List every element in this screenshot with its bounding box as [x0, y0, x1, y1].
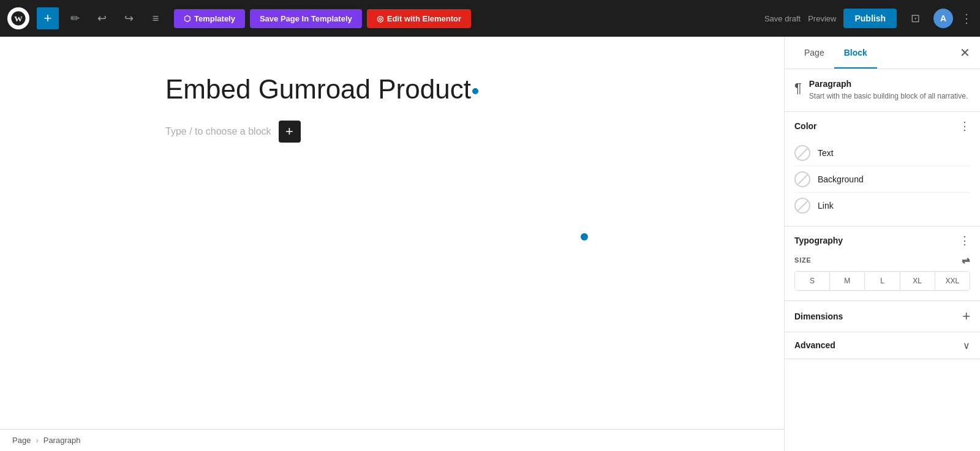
link-color-label: Link	[818, 201, 834, 211]
size-btn-m[interactable]: M	[830, 272, 865, 290]
topbar-right: Save draft Preview Publish ⊡ A ⋮	[764, 7, 973, 29]
tools-button[interactable]: ✏	[64, 7, 86, 29]
color-section-header[interactable]: Color ⋮	[785, 112, 980, 140]
list-icon: ≡	[153, 12, 159, 25]
more-options-button[interactable]: ⋮	[960, 11, 973, 26]
preview-button[interactable]: Preview	[808, 14, 836, 23]
redo-button[interactable]: ↪	[118, 7, 140, 29]
tab-block[interactable]: Block	[834, 44, 877, 61]
typography-content: SIZE ⇌ S M L XL XXL	[785, 255, 980, 300]
advanced-header[interactable]: Advanced ∨	[785, 332, 980, 359]
size-filter-icon[interactable]: ⇌	[962, 255, 970, 266]
redo-icon: ↪	[124, 12, 134, 25]
add-block-button[interactable]: +	[37, 7, 59, 29]
advanced-section: Advanced ∨	[785, 332, 980, 359]
list-view-button[interactable]: ≡	[145, 7, 167, 29]
breadcrumb-separator: ›	[36, 436, 38, 445]
chevron-down-icon[interactable]: ∨	[963, 340, 970, 351]
color-items: Text Background Link	[785, 140, 980, 226]
elementor-icon: ◎	[377, 14, 383, 23]
background-color-swatch[interactable]	[794, 171, 810, 187]
undo-icon: ↩	[97, 12, 107, 25]
size-btn-l[interactable]: L	[865, 272, 900, 290]
wp-logo: W	[7, 7, 29, 29]
block-info-text: Paragraph Start with the basic building …	[809, 79, 968, 102]
color-item-link: Link	[794, 193, 970, 218]
block-placeholder: Type / to choose a block +	[165, 121, 619, 143]
tab-page[interactable]: Page	[794, 44, 834, 61]
paragraph-icon: ¶	[794, 80, 802, 96]
undo-button[interactable]: ↩	[91, 7, 113, 29]
svg-text:W: W	[14, 14, 23, 23]
dimensions-title: Dimensions	[794, 311, 843, 321]
user-avatar[interactable]: A	[933, 9, 953, 28]
color-section: Color ⋮ Text Background Link	[785, 112, 980, 226]
breadcrumb: Page › Paragraph	[0, 429, 784, 451]
right-panel: Page Block ✕ ¶ Paragraph Start with the …	[784, 37, 980, 451]
editor-area[interactable]: Embed Gumroad Product Type / to choose a…	[0, 37, 784, 429]
panel-header: Page Block ✕	[785, 37, 980, 69]
canvas-dot	[581, 233, 588, 240]
size-btn-s[interactable]: S	[795, 272, 830, 290]
dimensions-add-button[interactable]: +	[962, 308, 970, 324]
main-layout: Embed Gumroad Product Type / to choose a…	[0, 37, 980, 451]
color-section-title: Color	[794, 121, 817, 131]
edit-with-elementor-button[interactable]: ◎ Edit with Elementor	[367, 9, 471, 28]
text-color-swatch[interactable]	[794, 145, 810, 161]
close-icon: ✕	[960, 46, 970, 59]
dimensions-section: Dimensions +	[785, 301, 980, 332]
typography-section: Typography ⋮ SIZE ⇌ S M L XL XXL	[785, 226, 980, 301]
size-label: SIZE ⇌	[794, 255, 970, 266]
text-color-label: Text	[818, 148, 834, 158]
typography-section-menu-button[interactable]: ⋮	[959, 234, 970, 247]
block-description: Start with the basic building block of a…	[809, 91, 968, 102]
topbar: W + ✏ ↩ ↪ ≡ ⬡ Templately Save Page In Te…	[0, 0, 980, 37]
block-name: Paragraph	[809, 79, 968, 89]
editor-content: Embed Gumroad Product Type / to choose a…	[116, 37, 668, 179]
plus-icon: +	[44, 10, 52, 26]
typography-section-title: Typography	[794, 236, 843, 245]
breadcrumb-block[interactable]: Paragraph	[43, 436, 81, 445]
panel-close-button[interactable]: ✕	[960, 45, 970, 60]
page-title[interactable]: Embed Gumroad Product	[165, 73, 478, 106]
title-dot	[472, 88, 478, 94]
inline-plus-icon: +	[285, 124, 293, 140]
publish-button[interactable]: Publish	[843, 9, 897, 28]
inline-add-block-button[interactable]: +	[279, 121, 301, 143]
dimensions-add-icon: +	[962, 308, 970, 324]
templately-icon: ⬡	[184, 14, 190, 23]
layout-toggle-button[interactable]: ⊡	[904, 7, 926, 29]
typography-menu-icon: ⋮	[959, 234, 970, 247]
pencil-icon: ✏	[70, 12, 80, 25]
color-item-background: Background	[794, 166, 970, 193]
color-item-text: Text	[794, 140, 970, 166]
external-buttons: ⬡ Templately Save Page In Templately ◎ E…	[174, 9, 471, 28]
layout-icon: ⊡	[911, 12, 920, 25]
color-menu-icon: ⋮	[959, 119, 970, 133]
size-buttons: S M L XL XXL	[794, 271, 970, 291]
color-section-menu-button[interactable]: ⋮	[959, 119, 970, 133]
save-page-templately-button[interactable]: Save Page In Templately	[250, 9, 362, 28]
size-btn-xl[interactable]: XL	[900, 272, 935, 290]
size-btn-xxl[interactable]: XXL	[935, 272, 970, 290]
dimensions-header: Dimensions +	[785, 301, 980, 332]
background-color-label: Background	[818, 174, 864, 184]
typography-section-header[interactable]: Typography ⋮	[785, 226, 980, 255]
save-draft-button[interactable]: Save draft	[764, 14, 801, 23]
templately-button[interactable]: ⬡ Templately	[174, 9, 245, 28]
breadcrumb-page[interactable]: Page	[12, 436, 31, 445]
avatar-initial: A	[940, 13, 946, 23]
panel-tabs: Page Block	[794, 44, 960, 61]
more-icon: ⋮	[960, 11, 973, 26]
advanced-title: Advanced	[794, 340, 835, 350]
link-color-swatch[interactable]	[794, 198, 810, 214]
block-info: ¶ Paragraph Start with the basic buildin…	[785, 69, 980, 112]
